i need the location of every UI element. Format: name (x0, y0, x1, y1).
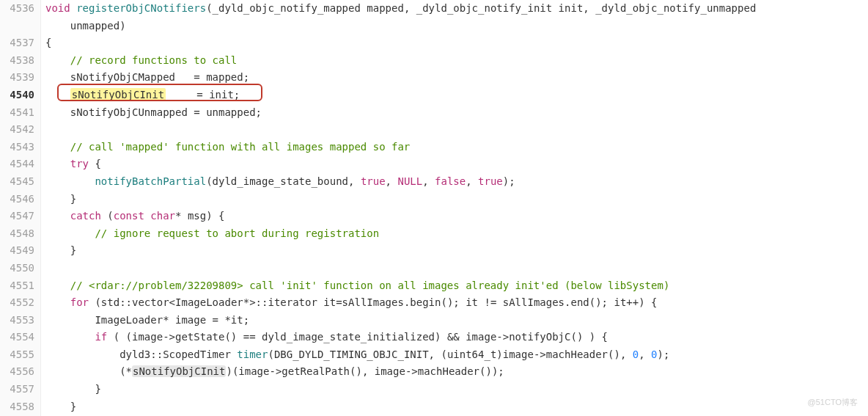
line-number: 4558 (0, 398, 34, 416)
line-number: 4549 (0, 242, 34, 260)
token: ); (657, 349, 669, 360)
code-line[interactable]: (*sNotifyObjCInit)(image->getRealPath(),… (45, 363, 868, 381)
code-line[interactable] (45, 260, 868, 277)
token-konst: true (361, 175, 386, 187)
line-number: 4553 (0, 312, 34, 329)
token: ); (503, 175, 515, 187)
token-kw: const (114, 210, 144, 222)
token-cm: // ignore request to abort during regist… (95, 227, 379, 239)
code-line[interactable]: // record functions to call (45, 52, 868, 70)
line-number: 4552 (0, 294, 34, 312)
highlight-box (57, 84, 262, 101)
line-number: 4542 (0, 121, 34, 139)
token: , (386, 175, 398, 187)
token-kw: try (70, 158, 89, 169)
token (45, 331, 95, 343)
token-fn: timer (237, 349, 268, 360)
line-number: 4547 (0, 208, 34, 225)
token: } (45, 193, 76, 205)
token-num: 0 (633, 349, 639, 360)
token-kw: if (95, 331, 107, 343)
token: sNotifyObjCMapped = mapped; (45, 71, 249, 83)
code-line[interactable]: } (45, 242, 868, 260)
line-number: 4554 (0, 329, 34, 346)
token (45, 280, 70, 291)
token: sNotifyObjCUnmapped = unmapped; (45, 106, 262, 118)
line-number: 4536 (0, 0, 34, 18)
line-number (0, 18, 34, 35)
line-number: 4545 (0, 173, 34, 191)
token: } (45, 244, 76, 256)
token-fn: notifyBatchPartial (95, 175, 206, 187)
token: } (45, 401, 76, 412)
code-line[interactable]: dyld3::ScopedTimer timer(DBG_DYLD_TIMING… (45, 346, 868, 364)
token-kw: char (150, 210, 175, 222)
token: unmapped) (45, 20, 126, 32)
token-kw: for (70, 296, 89, 308)
code-editor[interactable]: 4536453745384539454045414542454345444545… (0, 0, 868, 416)
token: * msg) { (175, 210, 224, 222)
code-line[interactable]: unmapped) (45, 18, 868, 35)
code-line[interactable]: // <rdar://problem/32209809> call 'init'… (45, 277, 868, 295)
line-number: 4546 (0, 191, 34, 208)
line-number: 4555 (0, 346, 34, 364)
line-number: 4537 (0, 34, 34, 52)
token (45, 227, 95, 239)
token (45, 175, 95, 187)
token: ImageLoader* image = *it; (45, 314, 249, 326)
token (45, 210, 70, 222)
token: , (422, 175, 435, 187)
token: (_dyld_objc_notify_mapped mapped, _dyld_… (206, 2, 762, 14)
line-number: 4540 (0, 87, 34, 104)
line-number: 4541 (0, 104, 34, 122)
token: (std::vector<ImageLoader*>::iterator it=… (89, 296, 657, 308)
code-line[interactable]: sNotifyObjCUnmapped = unmapped; (45, 104, 868, 122)
token: { (89, 158, 101, 169)
line-number-gutter: 4536453745384539454045414542454345444545… (0, 0, 41, 416)
token-cm: // <rdar://problem/32209809> call 'init'… (70, 280, 670, 291)
token-kw: void (45, 2, 76, 14)
code-line[interactable] (45, 121, 868, 139)
token-kw: catch (70, 210, 101, 222)
code-line[interactable]: try { (45, 156, 868, 173)
code-line[interactable]: // ignore request to abort during regist… (45, 225, 868, 243)
code-line[interactable]: } (45, 191, 868, 208)
token: , (466, 175, 478, 187)
code-line[interactable]: } (45, 398, 868, 416)
token: ( (101, 210, 114, 222)
code-area[interactable]: void registerObjCNotifiers(_dyld_objc_no… (41, 0, 868, 416)
line-number: 4551 (0, 277, 34, 295)
token: } (45, 383, 101, 395)
code-line[interactable]: { (45, 34, 868, 52)
token (45, 141, 70, 153)
token: { (45, 37, 51, 48)
code-line[interactable]: void registerObjCNotifiers(_dyld_objc_no… (45, 0, 868, 18)
line-number: 4544 (0, 156, 34, 173)
code-line[interactable]: notifyBatchPartial(dyld_image_state_boun… (45, 173, 868, 191)
token-fn: registerObjCNotifiers (76, 2, 206, 14)
token: (dyld_image_state_bound, (206, 175, 361, 187)
line-number: 4538 (0, 52, 34, 70)
code-line[interactable]: if ( (image->getState() == dyld_image_st… (45, 329, 868, 346)
token-callhl: sNotifyObjCInit (132, 365, 226, 377)
line-number: 4556 (0, 363, 34, 381)
token-konst: NULL (397, 175, 422, 187)
watermark: @51CTO博客 (808, 394, 858, 412)
code-line[interactable]: catch (const char* msg) { (45, 208, 868, 225)
code-line[interactable]: } (45, 381, 868, 398)
line-number: 4539 (0, 69, 34, 87)
code-line[interactable]: for (std::vector<ImageLoader*>::iterator… (45, 294, 868, 312)
code-line[interactable]: // call 'mapped' function with all image… (45, 139, 868, 156)
code-line[interactable]: ImageLoader* image = *it; (45, 312, 868, 329)
token-cm: // record functions to call (70, 54, 238, 66)
token-cm: // call 'mapped' function with all image… (70, 141, 411, 153)
token: dyld3::ScopedTimer (45, 349, 237, 360)
token: (DBG_DYLD_TIMING_OBJC_INIT, (uint64_t)im… (268, 349, 632, 360)
line-number: 4548 (0, 225, 34, 243)
token-konst: false (435, 175, 466, 187)
token (45, 54, 70, 66)
line-number: 4543 (0, 139, 34, 156)
token (45, 296, 70, 308)
token (45, 158, 70, 169)
token-konst: true (478, 175, 503, 187)
